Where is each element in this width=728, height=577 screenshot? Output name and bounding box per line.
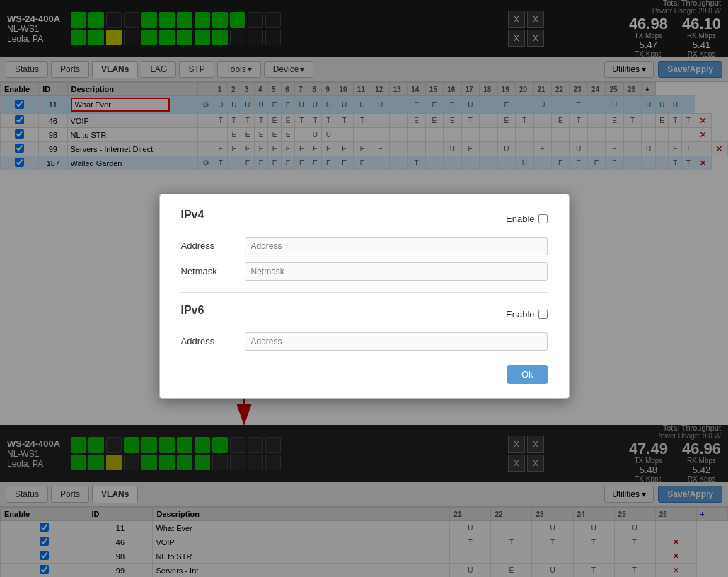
ipv6-enable-checkbox[interactable]	[538, 310, 548, 319]
modal-ipv6-title: IPv6	[181, 304, 204, 317]
modal-address-row: Address	[181, 237, 548, 255]
modal-dialog: IPv4 Enable Address Netmask IPv6 Enable	[159, 194, 570, 399]
ipv4-enable-label: Enable	[506, 214, 534, 224]
ipv6-address-input[interactable]	[245, 332, 548, 351]
modal-divider	[181, 292, 548, 293]
modal-ipv6-address-row: Address	[181, 332, 548, 351]
ipv4-netmask-input[interactable]	[245, 262, 548, 281]
modal-ipv6-enable: Enable	[506, 309, 547, 320]
ipv4-enable-checkbox[interactable]	[538, 214, 548, 223]
modal-netmask-row: Netmask	[181, 262, 548, 281]
address-label: Address	[181, 240, 245, 251]
modal-overlay: IPv4 Enable Address Netmask IPv6 Enable	[0, 0, 728, 577]
modal-footer: Ok	[181, 365, 548, 384]
modal-ipv4-title: IPv4	[181, 209, 204, 221]
ipv6-address-label: Address	[181, 336, 245, 346]
netmask-label: Netmask	[181, 266, 245, 276]
ipv4-address-input[interactable]	[245, 237, 548, 255]
modal-ipv4-enable: Enable	[506, 214, 547, 224]
ok-button[interactable]: Ok	[507, 365, 548, 384]
ipv6-enable-label: Enable	[506, 309, 534, 320]
